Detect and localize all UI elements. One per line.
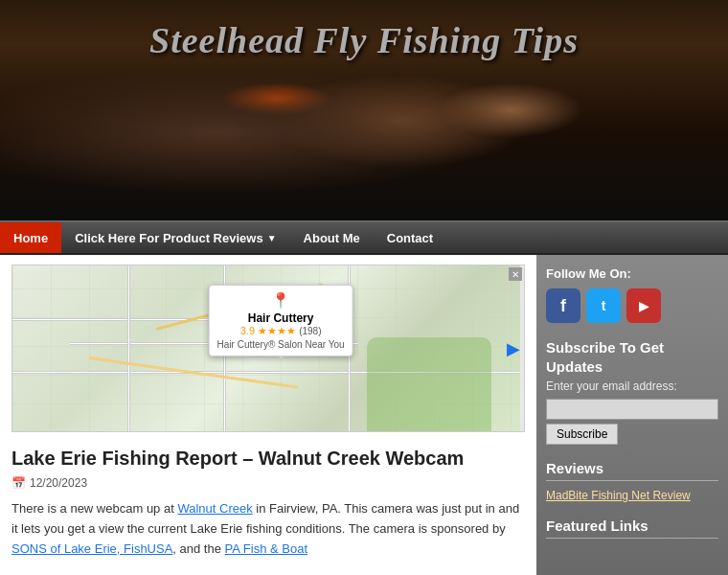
follow-title: Follow Me On: [546, 266, 718, 281]
youtube-button[interactable]: ▶ [626, 288, 661, 323]
map-green-area [367, 337, 491, 432]
ad-close-button[interactable]: ✕ [509, 267, 522, 281]
nav-contact[interactable]: Contact [374, 222, 446, 253]
main-layout: ✕ ▶ 📍 Hair Cuttery 3.9 [0, 255, 728, 575]
email-input[interactable] [546, 399, 718, 420]
article-date: 📅 12/20/2023 [11, 476, 525, 490]
reviews-section: Reviews MadBite Fishing Net Review [546, 460, 718, 502]
subscribe-subtitle: Enter your email address: [546, 380, 718, 393]
social-icons: f t ▶ [546, 288, 718, 323]
facebook-button[interactable]: f [546, 288, 580, 323]
subscribe-button[interactable]: Subscribe [546, 424, 618, 445]
ad-block: ✕ ▶ 📍 Hair Cuttery 3.9 [11, 264, 525, 432]
nav-home[interactable]: Home [0, 222, 61, 253]
map-area: 📍 Hair Cuttery 3.9 ★★★★ (198) Hair Cutte… [12, 265, 520, 432]
map-pin-icon: 📍 [217, 291, 345, 310]
site-header: Steelhead Fly Fishing Tips [0, 0, 728, 220]
popup-subtitle: Hair Cuttery® Salon Near You [217, 339, 345, 350]
site-title: Steelhead Fly Fishing Tips [149, 19, 579, 61]
featured-links-section: Featured Links [546, 518, 718, 539]
follow-section: Follow Me On: f t ▶ [546, 266, 718, 323]
main-nav: Home Click Here For Product Reviews ▼ Ab… [0, 220, 728, 255]
map-road [127, 265, 130, 432]
featured-title: Featured Links [546, 518, 718, 539]
review-link[interactable]: MadBite Fishing Net Review [546, 489, 691, 502]
nav-product-reviews[interactable]: Click Here For Product Reviews ▼ [61, 222, 289, 253]
walnut-creek-link[interactable]: Walnut Creek [177, 501, 252, 516]
main-content: ✕ ▶ 📍 Hair Cuttery 3.9 [0, 255, 536, 575]
article-body: There is a new webcam up at Walnut Creek… [11, 499, 525, 559]
popup-rating: 3.9 ★★★★ (198) [217, 325, 345, 337]
calendar-icon: 📅 [11, 476, 26, 490]
map-popup: 📍 Hair Cuttery 3.9 ★★★★ (198) Hair Cutte… [209, 285, 353, 356]
sidebar: Follow Me On: f t ▶ Subscribe To Get Upd… [536, 255, 728, 575]
subscribe-title: Subscribe To Get Updates [546, 338, 718, 376]
popup-business-name: Hair Cuttery [217, 311, 345, 325]
article-title: Lake Erie Fishing Report – Walnut Creek … [11, 446, 525, 471]
dropdown-icon: ▼ [267, 233, 277, 243]
sons-of-lake-erie-link[interactable]: SONS of Lake Erie, FishUSA [11, 541, 172, 556]
subscribe-section: Subscribe To Get Updates Enter your emai… [546, 338, 718, 445]
pa-fish-boat-link[interactable]: PA Fish & Boat [225, 541, 307, 556]
nav-about-me[interactable]: About Me [290, 222, 374, 253]
reviews-title: Reviews [546, 460, 718, 481]
twitter-button[interactable]: t [586, 288, 621, 323]
ad-expand-icon[interactable]: ▶ [507, 338, 520, 359]
